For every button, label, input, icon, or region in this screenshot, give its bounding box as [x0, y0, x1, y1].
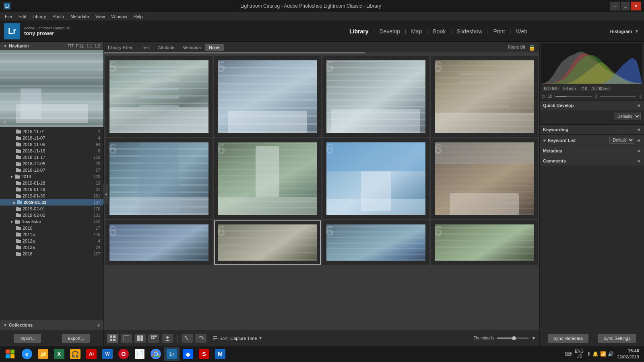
filters-off-label[interactable]: Filters Off	[508, 45, 525, 49]
folder-item-2019[interactable]: ▼ 2019 733	[0, 173, 103, 180]
nav-print[interactable]: Print	[489, 27, 509, 36]
grid-view-button[interactable]	[107, 334, 118, 343]
folder-item-2013a[interactable]: 2013a 24	[0, 244, 103, 251]
nav-develop[interactable]: Develop	[376, 27, 404, 36]
nav-web[interactable]: Web	[512, 27, 531, 36]
folder-item-2011a[interactable]: 2011a 140	[0, 231, 103, 238]
metadata-header[interactable]: Metadata ◄	[540, 146, 644, 156]
photo-cell-5[interactable]: 6	[105, 138, 213, 219]
folder-item-2018-12-07[interactable]: 2018-12-07 57	[0, 167, 103, 173]
taskbar-headphones[interactable]: 🎧	[68, 347, 83, 361]
taskbar-lightroom[interactable]: Lr	[164, 347, 180, 361]
folder-item-2019-02-02[interactable]: 2019-02-02 131	[0, 212, 103, 218]
sort-dropdown-icon[interactable]: ▼	[258, 336, 262, 340]
navigator-collapse-arrow[interactable]: ▼	[3, 44, 7, 48]
taskbar-ie[interactable]: e	[19, 347, 35, 361]
taskbar-office[interactable]: W	[100, 347, 115, 361]
comments-header[interactable]: Comments ◄	[540, 156, 644, 166]
right-panel-collapse[interactable]: ►	[539, 184, 540, 204]
folder-item-2012a[interactable]: 2012a 4	[0, 238, 103, 244]
taskbar-email[interactable]: M	[213, 347, 228, 361]
thumb-size-expand-icon[interactable]: ▼	[531, 335, 536, 341]
folder-item-2019-02-01[interactable]: 2019-02-01 170	[0, 206, 103, 212]
maximize-button[interactable]: □	[621, 2, 630, 10]
left-panel-collapse[interactable]: ◄	[103, 184, 108, 204]
collections-add-icon[interactable]: +	[97, 322, 100, 328]
menu-library[interactable]: Library	[29, 13, 50, 20]
sync-metadata-button[interactable]: Sync Metadata	[548, 334, 588, 343]
taskbar-opera[interactable]: O	[116, 347, 131, 361]
quick-develop-preset-select[interactable]: Defaults	[614, 113, 641, 120]
menu-help[interactable]: Help	[130, 13, 146, 20]
photo-cell-10[interactable]: 6	[214, 220, 321, 265]
folder-item-2018-11-17[interactable]: 2018-11-17 110	[0, 154, 103, 160]
folder-item-2019-01-30[interactable]: 2019-01-30 281	[0, 193, 103, 199]
folder-item-2019-01-31[interactable]: ▶ 2019-01-31 107	[0, 199, 103, 206]
photo-cell-6[interactable]: 6	[214, 138, 321, 219]
survey-view-button[interactable]	[148, 334, 159, 343]
taskbar-excel[interactable]: X	[52, 347, 67, 361]
menu-file[interactable]: File	[2, 13, 15, 20]
taskbar-explorer[interactable]: 📁	[35, 347, 51, 361]
filter-tab-attribute[interactable]: Attribute	[154, 44, 178, 51]
nav-book[interactable]: Book	[429, 27, 450, 36]
folder-item-2018-11-16[interactable]: 2018-11-16 8	[0, 148, 103, 154]
taskbar-skype[interactable]: S	[196, 347, 212, 361]
close-button[interactable]: ✕	[631, 2, 641, 10]
photo-cell-11[interactable]: 6	[322, 220, 429, 265]
photo-cell-4[interactable]: 6	[431, 56, 538, 137]
navigator-preview[interactable]	[0, 50, 103, 127]
zoom-fit[interactable]: FIT	[68, 44, 74, 48]
sync-settings-button[interactable]: Sync Settings	[598, 334, 636, 343]
people-view-button[interactable]	[162, 334, 173, 343]
menu-window[interactable]: Window	[108, 13, 130, 20]
menu-metadata[interactable]: Metadata	[67, 13, 92, 20]
quick-develop-header[interactable]: Quick Develop ◄	[540, 101, 644, 110]
loupe-view-button[interactable]	[121, 334, 132, 343]
folder-item-2018-11-01[interactable]: 2018-11-01 2	[0, 128, 103, 135]
nav-library[interactable]: Library	[345, 27, 372, 36]
taskbar-chrome[interactable]	[148, 347, 163, 361]
sort-value[interactable]: Capture Time	[230, 336, 257, 341]
taskbar-notepad[interactable]: 📄	[132, 347, 147, 361]
folder-item-2016[interactable]: 2016 257	[0, 251, 103, 257]
spray-paint-button[interactable]	[182, 334, 193, 343]
photo-cell-2[interactable]: 5	[214, 56, 321, 137]
start-button[interactable]	[2, 347, 19, 361]
menu-photo[interactable]: Photo	[49, 13, 67, 20]
filter-tab-metadata[interactable]: Metadata	[178, 44, 205, 51]
folder-item-2010[interactable]: 2010 17	[0, 225, 103, 231]
folder-item-2019-01-29[interactable]: 2019-01-29 31	[0, 186, 103, 193]
export-button[interactable]: Export...	[62, 334, 90, 343]
zoom-1to2[interactable]: 1:2	[95, 44, 100, 48]
folder-item-2018-11-08[interactable]: 2018-11-08 94	[0, 141, 103, 148]
import-button[interactable]: Import...	[14, 334, 41, 343]
collections-header[interactable]: ▼ Collections +	[0, 320, 103, 330]
nav-slideshow[interactable]: Slideshow	[453, 27, 487, 36]
photo-cell-1[interactable]: 5	[105, 56, 213, 137]
keyword-add-icon[interactable]: +	[543, 137, 546, 144]
keyword-list-header[interactable]: + Keyword List Default ◄	[540, 135, 644, 146]
photo-cell-3[interactable]: 5	[322, 56, 429, 137]
filter-tab-text[interactable]: Text	[138, 44, 154, 51]
zoom-1to1[interactable]: 1:1	[87, 44, 92, 48]
photo-cell-7[interactable]: 6	[322, 138, 429, 219]
folder-item-rawstar[interactable]: ▼ Raw 5star 442	[0, 218, 103, 225]
folder-item-2018-12-05[interactable]: 2018-12-05 73	[0, 160, 103, 167]
rotate-button[interactable]	[195, 334, 206, 343]
filter-lock-icon[interactable]: 🔒	[528, 44, 535, 51]
filter-tab-none[interactable]: None	[205, 44, 223, 51]
nav-map[interactable]: Map	[407, 27, 426, 36]
minimize-button[interactable]: ─	[610, 2, 620, 10]
taskbar-acrobat[interactable]: Ai	[84, 347, 99, 361]
taskbar-dropbox[interactable]: ◆	[180, 347, 196, 361]
menu-edit[interactable]: Edit	[15, 13, 29, 20]
histogram-collapse-icon[interactable]: ▼	[634, 29, 639, 34]
compare-view-button[interactable]	[134, 334, 146, 343]
menu-view[interactable]: View	[92, 13, 108, 20]
photo-cell-8[interactable]: 6	[431, 138, 538, 219]
keyword-preset-select[interactable]: Default	[609, 137, 634, 144]
folder-item-2019-01-28[interactable]: 2019-01-28 13	[0, 180, 103, 186]
zoom-fill[interactable]: FILL	[76, 44, 84, 48]
photo-cell-9[interactable]: 6	[105, 220, 213, 265]
